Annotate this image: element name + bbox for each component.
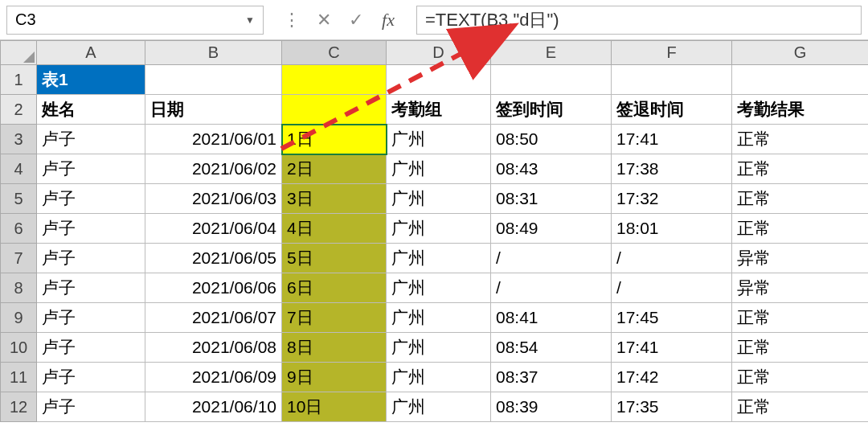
cell-G2[interactable]: 考勤结果 [732,95,869,125]
cell-F12[interactable]: 17:35 [612,392,732,422]
cell-B1[interactable] [145,65,282,95]
col-header-G[interactable]: G [732,41,869,65]
confirm-icon[interactable]: ✓ [344,8,368,32]
select-all-corner[interactable] [1,41,37,65]
col-header-D[interactable]: D [387,41,491,65]
cell-G3[interactable]: 正常 [732,125,869,154]
cell-E7[interactable]: / [491,244,612,273]
cell-E11[interactable]: 08:37 [491,363,612,392]
cell-D2[interactable]: 考勤组 [387,95,491,125]
cell-D7[interactable]: 广州 [387,244,491,273]
cell-E5[interactable]: 08:31 [491,184,612,214]
cell-A12[interactable]: 卢子 [37,392,145,422]
cell-B7[interactable]: 2021/06/05 [145,244,282,273]
row-header[interactable]: 8 [1,273,37,303]
cell-B12[interactable]: 2021/06/10 [145,392,282,422]
cell-C11[interactable]: 9日 [282,363,387,392]
cell-A9[interactable]: 卢子 [37,303,145,333]
cell-F9[interactable]: 17:45 [612,303,732,333]
cell-C12[interactable]: 10日 [282,392,387,422]
cell-E12[interactable]: 08:39 [491,392,612,422]
cell-B4[interactable]: 2021/06/02 [145,154,282,184]
cell-E10[interactable]: 08:54 [491,333,612,363]
col-header-A[interactable]: A [37,41,145,65]
cell-F2[interactable]: 签退时间 [612,95,732,125]
more-icon[interactable]: ⋮ [280,8,304,32]
cell-B8[interactable]: 2021/06/06 [145,273,282,303]
cell-B5[interactable]: 2021/06/03 [145,184,282,214]
cell-A3[interactable]: 卢子 [37,125,145,154]
row-header[interactable]: 1 [1,65,37,95]
cell-D10[interactable]: 广州 [387,333,491,363]
cell-B11[interactable]: 2021/06/09 [145,363,282,392]
cell-G11[interactable]: 正常 [732,363,869,392]
cell-C7[interactable]: 5日 [282,244,387,273]
cell-F6[interactable]: 18:01 [612,214,732,244]
cell-E3[interactable]: 08:50 [491,125,612,154]
cell-F3[interactable]: 17:41 [612,125,732,154]
cell-D11[interactable]: 广州 [387,363,491,392]
cell-B10[interactable]: 2021/06/08 [145,333,282,363]
cell-E9[interactable]: 08:41 [491,303,612,333]
cell-B6[interactable]: 2021/06/04 [145,214,282,244]
cell-A2[interactable]: 姓名 [37,95,145,125]
cancel-icon[interactable]: ✕ [312,8,336,32]
chevron-down-icon[interactable]: ▼ [245,14,255,26]
row-header[interactable]: 2 [1,95,37,125]
cell-C1[interactable] [282,65,387,95]
cell-G12[interactable]: 正常 [732,392,869,422]
cell-D12[interactable]: 广州 [387,392,491,422]
cell-G9[interactable]: 正常 [732,303,869,333]
cell-A1[interactable]: 表1 [37,65,145,95]
cell-F5[interactable]: 17:32 [612,184,732,214]
cell-C9[interactable]: 7日 [282,303,387,333]
cell-F7[interactable]: / [612,244,732,273]
cell-D6[interactable]: 广州 [387,214,491,244]
cell-E1[interactable] [491,65,612,95]
cell-B2[interactable]: 日期 [145,95,282,125]
cell-F4[interactable]: 17:38 [612,154,732,184]
cell-G5[interactable]: 正常 [732,184,869,214]
fx-icon[interactable]: fx [376,8,400,32]
cell-E8[interactable]: / [491,273,612,303]
cell-B3[interactable]: 2021/06/01 [145,125,282,154]
cell-F11[interactable]: 17:42 [612,363,732,392]
cell-A5[interactable]: 卢子 [37,184,145,214]
cell-C4[interactable]: 2日 [282,154,387,184]
cell-D5[interactable]: 广州 [387,184,491,214]
cell-G8[interactable]: 异常 [732,273,869,303]
cell-C5[interactable]: 3日 [282,184,387,214]
name-box[interactable]: C3 ▼ [6,6,264,35]
col-header-F[interactable]: F [612,41,732,65]
row-header[interactable]: 10 [1,333,37,363]
col-header-C[interactable]: C [282,41,387,65]
row-header[interactable]: 12 [1,392,37,422]
row-header[interactable]: 11 [1,363,37,392]
row-header[interactable]: 5 [1,184,37,214]
cell-E4[interactable]: 08:43 [491,154,612,184]
cell-D9[interactable]: 广州 [387,303,491,333]
col-header-E[interactable]: E [491,41,612,65]
cell-F10[interactable]: 17:41 [612,333,732,363]
cell-C6[interactable]: 4日 [282,214,387,244]
cell-D4[interactable]: 广州 [387,154,491,184]
row-header[interactable]: 4 [1,154,37,184]
row-header[interactable]: 6 [1,214,37,244]
row-header[interactable]: 9 [1,303,37,333]
cell-F1[interactable] [612,65,732,95]
cell-G4[interactable]: 正常 [732,154,869,184]
cell-D8[interactable]: 广州 [387,273,491,303]
cell-A4[interactable]: 卢子 [37,154,145,184]
cell-C8[interactable]: 6日 [282,273,387,303]
cell-A7[interactable]: 卢子 [37,244,145,273]
cell-A11[interactable]: 卢子 [37,363,145,392]
cell-E2[interactable]: 签到时间 [491,95,612,125]
cell-A10[interactable]: 卢子 [37,333,145,363]
cell-G10[interactable]: 正常 [732,333,869,363]
cell-D3[interactable]: 广州 [387,125,491,154]
cell-E6[interactable]: 08:49 [491,214,612,244]
col-header-B[interactable]: B [145,41,282,65]
cell-F8[interactable]: / [612,273,732,303]
row-header[interactable]: 7 [1,244,37,273]
cell-G6[interactable]: 正常 [732,214,869,244]
